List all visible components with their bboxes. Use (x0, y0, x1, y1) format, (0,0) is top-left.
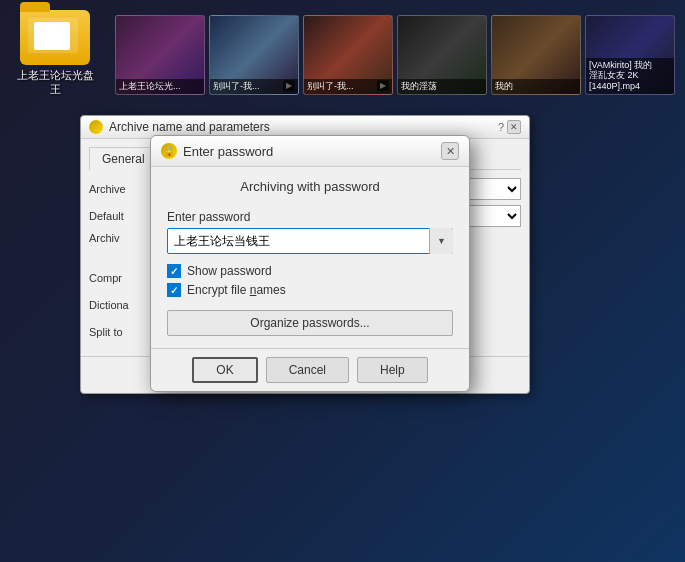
titlebar-controls: ? ✕ (498, 120, 521, 134)
pwd-title-text: Enter password (183, 144, 273, 159)
folder-label: 上老王论坛光盘 王 (10, 68, 100, 97)
tab-general[interactable]: General (89, 147, 158, 170)
pwd-subtitle: Archiving with password (151, 167, 469, 202)
pwd-footer: OK Cancel Help (151, 348, 469, 391)
thumb-4[interactable]: 我的淫荡 (397, 15, 487, 95)
password-dialog: 🔒 Enter password ✕ Archiving with passwo… (150, 135, 470, 392)
pwd-app-icon: 🔒 (161, 143, 177, 159)
pwd-title-left: 🔒 Enter password (161, 143, 273, 159)
archive-icon (89, 120, 103, 134)
pwd-input-wrapper: ▼ (167, 228, 453, 254)
pwd-cancel-button[interactable]: Cancel (266, 357, 349, 383)
thumb-1[interactable]: 上老王论坛光... (115, 15, 205, 95)
archive-title: Archive name and parameters (109, 120, 270, 134)
close-icon[interactable]: ✕ (507, 120, 521, 134)
desktop: 上老王论坛光盘 王 上老王论坛光... ▶ 别叫了-我... ▶ 别叫了-我..… (0, 0, 685, 562)
encrypt-names-row: Encrypt file names (167, 283, 453, 297)
thumbnail-strip: 上老王论坛光... ▶ 别叫了-我... ▶ 别叫了-我... 我的淫荡 我的 … (115, 15, 675, 95)
pwd-help-button[interactable]: Help (357, 357, 428, 383)
thumb-1-label: 上老王论坛光... (116, 79, 204, 94)
thumb-6[interactable]: [VAMkirito] 我的淫乱女友 2K[1440P].mp4 (585, 15, 675, 95)
show-password-checkbox[interactable] (167, 264, 181, 278)
encrypt-names-checkbox[interactable] (167, 283, 181, 297)
pwd-body: Enter password ▼ Show password Encrypt f… (151, 202, 469, 348)
thumb-2[interactable]: ▶ 别叫了-我... (209, 15, 299, 95)
thumb-6-label: [VAMkirito] 我的淫乱女友 2K[1440P].mp4 (586, 58, 674, 94)
show-password-row: Show password (167, 264, 453, 278)
password-input[interactable] (167, 228, 453, 254)
thumb-4-label: 我的淫荡 (398, 79, 486, 94)
show-password-label: Show password (187, 264, 272, 278)
pwd-dropdown-icon[interactable]: ▼ (429, 228, 453, 254)
pwd-field-label: Enter password (167, 210, 453, 224)
thumb-3[interactable]: ▶ 别叫了-我... (303, 15, 393, 95)
thumb-5[interactable]: 我的 (491, 15, 581, 95)
folder-icon[interactable]: 上老王论坛光盘 王 (10, 10, 100, 97)
thumb-2-label: 别叫了-我... (210, 79, 298, 94)
organize-passwords-button[interactable]: Organize passwords... (167, 310, 453, 336)
thumb-3-label: 别叫了-我... (304, 79, 392, 94)
folder-shape (20, 10, 90, 65)
pwd-ok-button[interactable]: OK (192, 357, 257, 383)
help-icon[interactable]: ? (498, 121, 504, 133)
titlebar-left: Archive name and parameters (89, 120, 270, 134)
pwd-titlebar: 🔒 Enter password ✕ (151, 136, 469, 167)
encrypt-names-label: Encrypt file names (187, 283, 286, 297)
thumb-5-label: 我的 (492, 79, 580, 94)
pwd-close-button[interactable]: ✕ (441, 142, 459, 160)
folder-doc (34, 22, 70, 50)
